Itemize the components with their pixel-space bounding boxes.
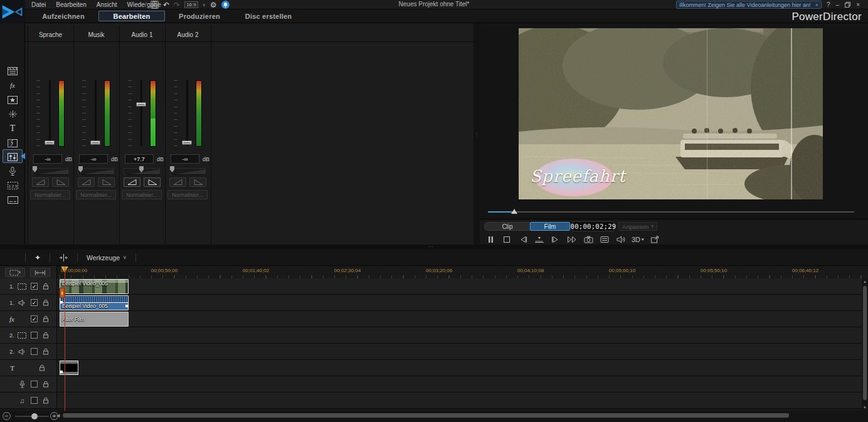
gain-value[interactable]: +7.7: [125, 154, 154, 164]
pip-objects-room-icon[interactable]: [7, 94, 18, 105]
scroll-up-icon[interactable]: ▲: [862, 280, 868, 283]
stop-button[interactable]: [501, 235, 512, 244]
aspect-ratio-dropdown[interactable]: 16:9: [184, 1, 198, 8]
track-enable-checkbox[interactable]: ✓: [31, 397, 38, 404]
track-enable-checkbox[interactable]: ✓: [31, 315, 38, 322]
lock-icon[interactable]: [43, 315, 49, 322]
audio-mixing-room-icon[interactable]: [7, 151, 18, 162]
normalize-button[interactable]: Normalisier...: [122, 190, 162, 199]
track-enable-checkbox[interactable]: ✓: [31, 299, 38, 306]
track-enable-checkbox[interactable]: ✓: [31, 348, 38, 355]
clip-mode-button[interactable]: Clip: [484, 222, 530, 231]
preview-seek-thumb[interactable]: [511, 209, 517, 214]
tools-dropdown[interactable]: Werkzeuge∨: [87, 254, 127, 261]
volume-fader[interactable]: [186, 80, 188, 146]
volume-fader[interactable]: [95, 80, 97, 146]
track-lane-title[interactable]: [57, 360, 862, 376]
timecode-display[interactable]: 00;00;02;29: [573, 221, 614, 231]
normalize-button[interactable]: Normalisier...: [30, 190, 70, 199]
track-lane-video2[interactable]: [57, 327, 862, 343]
normalize-button[interactable]: Normalisier...: [167, 190, 208, 199]
normalize-button[interactable]: Normalisier...: [76, 190, 116, 199]
lock-icon[interactable]: [43, 381, 49, 388]
effect-room-icon[interactable]: fx: [7, 80, 18, 91]
fade-out-button[interactable]: [144, 177, 161, 187]
track-lane-audio1[interactable]: [57, 295, 862, 310]
media-room-icon[interactable]: [7, 65, 18, 76]
preview-quality-icon[interactable]: [599, 235, 610, 244]
banner-close-icon[interactable]: ×: [815, 2, 818, 8]
restore-icon[interactable]: [845, 2, 850, 8]
gain-value[interactable]: -∞: [171, 154, 199, 164]
fx-clip[interactable]: Alter Film: [60, 312, 129, 327]
horizontal-divider[interactable]: ⋯: [0, 245, 868, 250]
track-enable-checkbox[interactable]: ✓: [31, 283, 38, 290]
notification-icon[interactable]: [221, 1, 230, 9]
lock-icon[interactable]: [43, 332, 49, 339]
fit-timeline-button[interactable]: [30, 268, 50, 277]
seek-marker-button[interactable]: [534, 235, 545, 244]
tab-aufzeichnen[interactable]: Aufzeichnen: [34, 11, 92, 21]
split-clip-icon[interactable]: [59, 254, 68, 261]
volume-fader-handle[interactable]: [182, 140, 192, 145]
lock-icon[interactable]: [43, 299, 49, 306]
keyframe-handle[interactable]: [60, 371, 63, 373]
tutorial-banner[interactable]: illkommen! Zeigen Sie alle Videoanleitun…: [676, 1, 822, 9]
panel-divider[interactable]: ⋮: [474, 23, 480, 245]
gain-value[interactable]: -∞: [33, 154, 62, 164]
fit-dropdown[interactable]: Anpassen▾: [618, 222, 657, 231]
subtitle-room-icon[interactable]: [7, 194, 18, 206]
settings-gear-icon[interactable]: ⚙: [210, 1, 217, 9]
next-frame-button[interactable]: [550, 235, 561, 244]
track-enable-checkbox[interactable]: ✓: [31, 381, 38, 388]
redo-icon[interactable]: ↷: [174, 1, 180, 9]
track-header-title[interactable]: T: [0, 360, 57, 376]
minimize-icon[interactable]: –: [836, 1, 840, 8]
volume-fader[interactable]: [49, 80, 51, 146]
volume-icon[interactable]: [615, 235, 627, 244]
playhead-line[interactable]: [65, 266, 65, 411]
track-header-voice[interactable]: ✓: [0, 376, 57, 392]
track-header-fx[interactable]: fx ✓: [0, 311, 57, 327]
video-preview[interactable]: Spreefahrt: [519, 28, 823, 199]
track-header-video2[interactable]: 2. ✓: [0, 327, 57, 343]
keyframe-handle[interactable]: [60, 301, 63, 303]
magic-tools-icon[interactable]: ✦: [34, 253, 41, 262]
tab-disc-erstellen[interactable]: Disc erstellen: [240, 11, 297, 21]
track-header-video1[interactable]: 1. ✓: [0, 278, 57, 294]
scroll-down-icon[interactable]: ▼: [862, 406, 868, 409]
timeline-vertical-scrollbar[interactable]: ▲ ▼: [862, 278, 868, 411]
track-lane-video1[interactable]: [57, 278, 862, 294]
help-icon[interactable]: ?: [827, 1, 830, 8]
video-clip[interactable]: Beispiel Video_005: [60, 279, 129, 294]
volume-fader-handle[interactable]: [45, 140, 55, 145]
clip-marker-badge[interactable]: i: [60, 288, 65, 298]
fade-out-button[interactable]: [98, 177, 115, 187]
pan-slider[interactable]: [78, 168, 114, 175]
tab-produzieren[interactable]: Produzieren: [171, 11, 228, 21]
keyframe-handle[interactable]: [125, 305, 128, 307]
gain-value[interactable]: -∞: [79, 154, 108, 164]
horizontal-scroll-thumb[interactable]: [63, 413, 789, 418]
track-header-audio2[interactable]: 2. ✓: [0, 344, 57, 359]
aspect-chevron-icon[interactable]: ∨: [203, 3, 206, 8]
pan-slider[interactable]: [169, 168, 206, 175]
zoom-out-button[interactable]: −: [3, 412, 11, 420]
fast-forward-button[interactable]: [566, 235, 578, 244]
previous-frame-button[interactable]: [517, 235, 529, 244]
fade-in-button[interactable]: [124, 177, 140, 187]
3d-mode-button[interactable]: 3D▾: [632, 236, 644, 243]
scroll-left-icon[interactable]: ◀: [56, 413, 60, 418]
fade-in-button[interactable]: [169, 177, 186, 187]
title-clip[interactable]: [60, 361, 78, 375]
lock-icon[interactable]: [43, 397, 49, 404]
undo-icon[interactable]: ↶: [163, 1, 169, 9]
chapter-room-icon[interactable]: 1 2 3: [7, 180, 18, 191]
vertical-scroll-thumb[interactable]: [863, 286, 867, 400]
track-manager-button[interactable]: [5, 268, 25, 277]
voiceover-room-icon[interactable]: [7, 166, 18, 177]
pan-slider[interactable]: [32, 168, 68, 175]
close-icon[interactable]: ×: [856, 1, 860, 8]
track-lane-music[interactable]: [57, 393, 862, 408]
fade-out-button[interactable]: [52, 177, 69, 187]
